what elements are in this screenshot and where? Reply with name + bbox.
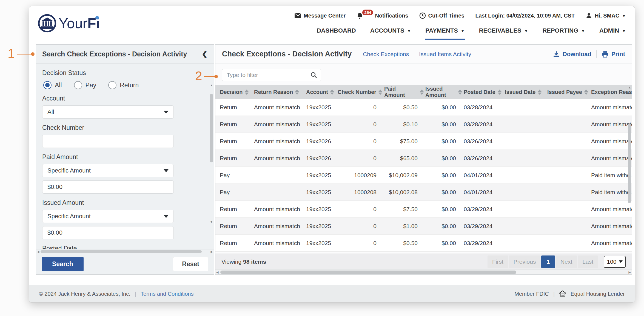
nav-payments[interactable]: PAYMENTS▼ (425, 27, 465, 40)
nav-accounts[interactable]: ACCOUNTS▼ (370, 27, 411, 39)
sort-icon[interactable] (245, 90, 249, 95)
collapse-panel-button[interactable]: ❮ (202, 50, 208, 58)
footer-right: Member FDIC | Equal Housing Lender (514, 290, 625, 297)
table-row[interactable]: ReturnAmount mismatch19xx20250$0.10$0.00… (215, 116, 632, 133)
cell-decision: Return (220, 240, 254, 246)
search-panel-horizontal-scrollbar[interactable]: ◀ ▶ (36, 249, 214, 254)
previous-page-button[interactable]: Previous (509, 255, 541, 268)
table-row[interactable]: Pay19xx20251000209$10,002.09$0.0004/01/2… (215, 167, 632, 184)
download-icon (553, 51, 560, 58)
cell-paid_amount: $1.00 (384, 223, 425, 229)
filter-input[interactable] (227, 72, 310, 78)
scroll-left-arrow-icon[interactable]: ◀ (216, 271, 218, 274)
scroll-up-arrow-icon[interactable]: ▲ (628, 86, 631, 89)
column-header-check_number[interactable]: Check Number (338, 89, 384, 95)
issued-amount-input[interactable] (47, 229, 169, 236)
search-icon (310, 72, 317, 78)
check-number-field[interactable] (42, 135, 174, 148)
message-center-button[interactable]: Message Center (295, 12, 346, 19)
cell-account: 19xx2025 (306, 172, 338, 179)
table-row[interactable]: ReturnAmount mismatch19xx20260$75.00$0.0… (215, 133, 632, 150)
cell-decision: Pay (220, 172, 254, 179)
print-button[interactable]: Print (602, 51, 625, 58)
scrollbar-thumb[interactable] (628, 123, 631, 203)
paid-amount-mode-select[interactable]: Specific Amount (42, 164, 174, 177)
table-row[interactable]: Pay19xx20251000208$10,002.08$0.0004/01/2… (215, 184, 632, 201)
filter-field[interactable] (222, 69, 321, 81)
link-issued-items-activity[interactable]: Issued Items Activity (419, 51, 471, 58)
cell-check_number: 0 (338, 121, 384, 128)
user-menu[interactable]: Hi, SMAC ▼ (586, 12, 626, 19)
search-panel-vertical-scrollbar[interactable]: ▲ ▼ (210, 88, 213, 219)
sort-icon[interactable] (378, 90, 382, 95)
table-horizontal-scrollbar[interactable]: ◀ ▶ (215, 269, 632, 274)
cell-decision: Return (220, 223, 254, 229)
column-header-decision[interactable]: Decision (220, 89, 254, 95)
sort-icon[interactable] (498, 90, 501, 95)
page-1-button[interactable]: 1 (541, 255, 555, 268)
yourfi-logo[interactable]: YourFi (37, 13, 100, 33)
next-page-button[interactable]: Next (556, 255, 577, 268)
paid-amount-field[interactable] (42, 180, 174, 194)
notifications-button[interactable]: 254 Notifications (357, 12, 408, 19)
sort-icon[interactable] (330, 90, 334, 95)
issued-amount-field[interactable] (42, 226, 174, 239)
terms-and-conditions-link[interactable]: Terms and Conditions (141, 291, 193, 297)
sort-icon[interactable] (295, 90, 299, 95)
scroll-right-arrow-icon[interactable]: ▶ (211, 250, 213, 254)
radio-all[interactable]: All (43, 81, 62, 89)
scroll-down-arrow-icon[interactable]: ▼ (210, 220, 213, 223)
check-number-input[interactable] (47, 138, 169, 145)
column-header-issued_amount[interactable]: Issued Amount (425, 86, 464, 98)
table-row[interactable]: ReturnAmount mismatch19xx20250$0.50$0.00… (215, 99, 632, 116)
issued-amount-mode-select[interactable]: Specific Amount (42, 210, 174, 223)
page-size-select[interactable]: 100 (604, 256, 626, 268)
radio-return[interactable]: Return (108, 81, 139, 89)
sort-icon[interactable] (458, 90, 462, 95)
sort-icon[interactable] (538, 90, 542, 95)
page: 1 2 YourFi M (0, 0, 644, 316)
scrollbar-thumb[interactable] (210, 94, 213, 162)
table-row[interactable]: ReturnAmount mismatch19xx20250$1.00$0.00… (215, 218, 632, 235)
link-check-exceptions[interactable]: Check Exceptions (363, 51, 409, 58)
scrollbar-thumb[interactable] (220, 271, 516, 274)
cutoff-times-button[interactable]: Cut-Off Times (419, 12, 465, 19)
paid-amount-label: Paid Amount (42, 153, 208, 161)
table-row[interactable]: ReturnAmount mismatch19xx20260$65.00$0.0… (215, 150, 632, 167)
table-row[interactable]: ReturnAmount mismatch19xx20250$7.50$0.00… (215, 201, 632, 218)
nav-reporting[interactable]: REPORTING▼ (542, 27, 585, 39)
table-vertical-scrollbar[interactable]: ▲ (628, 85, 631, 254)
first-page-button[interactable]: First (488, 255, 508, 268)
scroll-right-arrow-icon[interactable]: ▶ (629, 271, 631, 274)
search-button[interactable]: Search (42, 257, 84, 271)
column-header-exception_reason[interactable]: Exception Reason (591, 89, 632, 95)
download-button[interactable]: Download (553, 51, 591, 58)
scroll-up-arrow-icon[interactable]: ▲ (210, 84, 213, 87)
sort-icon[interactable] (584, 90, 588, 95)
sort-icon[interactable] (420, 90, 424, 95)
column-header-account[interactable]: Account (306, 89, 338, 95)
reset-button[interactable]: Reset (173, 257, 208, 271)
cell-check_number: 1000208 (338, 189, 384, 196)
nav-dashboard[interactable]: DASHBOARD (317, 27, 356, 39)
utility-bar: Message Center 254 Notifications Cut-Off… (295, 12, 626, 19)
app-header: YourFi Message Center 254 Notifications … (29, 6, 635, 41)
scroll-left-arrow-icon[interactable]: ◀ (37, 250, 39, 254)
nav-receivables[interactable]: RECEIVABLES▼ (479, 27, 528, 39)
logo-wordmark: YourFi (59, 15, 100, 31)
column-header-posted_date[interactable]: Posted Date (464, 89, 505, 95)
table-row[interactable]: ReturnAmount mismatch19xx20250$0.50$0.00… (215, 235, 632, 252)
account-select[interactable]: All (42, 105, 174, 119)
column-header-issued_date[interactable]: Issued Date (505, 89, 547, 95)
cell-check_number: 0 (338, 138, 384, 145)
nav-admin[interactable]: ADMIN▼ (599, 27, 626, 39)
column-header-return_reason[interactable]: Return Reason (254, 89, 306, 95)
scrollbar-thumb[interactable] (41, 250, 202, 253)
column-header-paid_amount[interactable]: Paid Amount (384, 86, 425, 98)
column-header-issued_payee[interactable]: Issued Payee (547, 89, 591, 95)
paid-amount-input[interactable] (47, 183, 169, 191)
cell-exception_reason: Paid item without (591, 189, 632, 196)
cell-posted_date: 03/26/2024 (464, 155, 505, 162)
last-page-button[interactable]: Last (578, 255, 598, 268)
radio-pay[interactable]: Pay (74, 81, 96, 89)
